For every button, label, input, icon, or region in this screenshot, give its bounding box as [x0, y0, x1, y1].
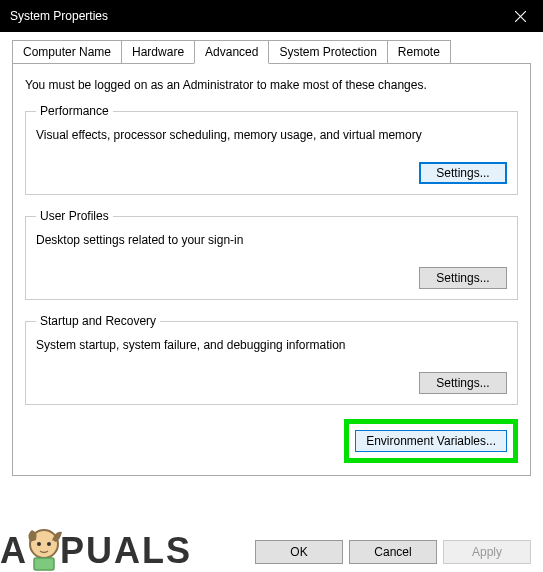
dialog-footer: OK Cancel Apply — [12, 540, 531, 564]
close-icon — [515, 11, 526, 22]
tab-remote[interactable]: Remote — [387, 40, 451, 63]
admin-notice: You must be logged on as an Administrato… — [25, 78, 518, 92]
user-profiles-legend: User Profiles — [36, 209, 113, 223]
tab-hardware[interactable]: Hardware — [121, 40, 195, 63]
dialog-content: Computer Name Hardware Advanced System P… — [0, 32, 543, 526]
tab-computer-name[interactable]: Computer Name — [12, 40, 122, 63]
close-button[interactable] — [498, 0, 543, 32]
environment-variables-button[interactable]: Environment Variables... — [355, 430, 507, 452]
startup-recovery-group: Startup and Recovery System startup, sys… — [25, 314, 518, 405]
tab-system-protection[interactable]: System Protection — [268, 40, 387, 63]
startup-recovery-legend: Startup and Recovery — [36, 314, 160, 328]
ok-button[interactable]: OK — [255, 540, 343, 564]
startup-recovery-settings-button[interactable]: Settings... — [419, 372, 507, 394]
cancel-button[interactable]: Cancel — [349, 540, 437, 564]
user-profiles-group: User Profiles Desktop settings related t… — [25, 209, 518, 300]
user-profiles-settings-button[interactable]: Settings... — [419, 267, 507, 289]
tab-panel-advanced: You must be logged on as an Administrato… — [12, 64, 531, 476]
highlight-annotation: Environment Variables... — [344, 419, 518, 463]
performance-description: Visual effects, processor scheduling, me… — [36, 128, 507, 142]
window-title: System Properties — [10, 9, 108, 23]
performance-legend: Performance — [36, 104, 113, 118]
tab-advanced[interactable]: Advanced — [194, 40, 269, 64]
tab-strip: Computer Name Hardware Advanced System P… — [12, 40, 531, 64]
performance-group: Performance Visual effects, processor sc… — [25, 104, 518, 195]
user-profiles-description: Desktop settings related to your sign-in — [36, 233, 507, 247]
startup-recovery-description: System startup, system failure, and debu… — [36, 338, 507, 352]
titlebar: System Properties — [0, 0, 543, 32]
performance-settings-button[interactable]: Settings... — [419, 162, 507, 184]
apply-button[interactable]: Apply — [443, 540, 531, 564]
